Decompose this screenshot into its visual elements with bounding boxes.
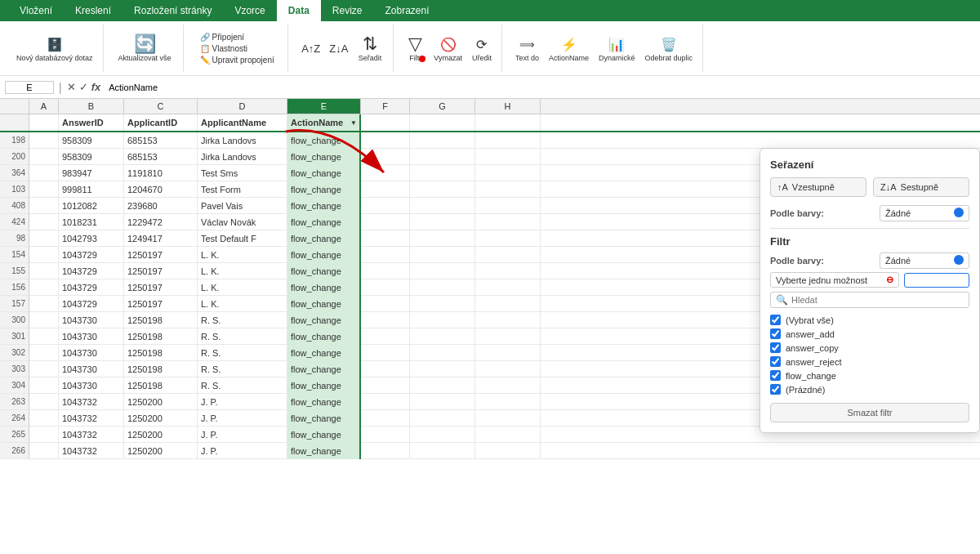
ribbon-group-filter: ▽ Filtr 🚫 Vymazat ⟳ Uředit <box>397 25 502 72</box>
filter-value-input[interactable] <box>904 273 969 288</box>
tab-data[interactable]: Data <box>277 0 321 21</box>
sort-asc-label: Vzestupně <box>792 182 835 192</box>
btn-refresh-label: Aktualizovat vše <box>118 54 172 62</box>
cell-g-6 <box>410 230 475 247</box>
checkbox-item-4[interactable]: flow_change <box>770 369 969 382</box>
formula-fx-icon[interactable]: fx <box>91 81 101 93</box>
cell-b-11: 1043730 <box>59 312 124 328</box>
cell-h-17 <box>475 410 541 427</box>
tab-rozlozeni[interactable]: Rozložení stránky <box>122 0 223 21</box>
btn-vymazat[interactable]: 🚫 Vymazat <box>430 33 466 64</box>
col-header-a[interactable]: A <box>29 99 59 114</box>
cell-e-4: flow_change <box>287 198 361 214</box>
btn-dynamic[interactable]: 📊 Dynamické <box>595 33 639 64</box>
tab-vzorce[interactable]: Vzorce <box>223 0 276 21</box>
formula-bar: | ✕ ✓ fx <box>0 76 980 99</box>
rn-154: 154 <box>0 247 29 263</box>
filter-arrow[interactable]: ▼ <box>350 119 357 127</box>
rn-266: 266 <box>0 443 29 459</box>
formula-input[interactable] <box>105 82 975 93</box>
sort-color-select[interactable]: Žádné <box>880 205 969 221</box>
cell-b-14: 1043730 <box>59 361 124 378</box>
table-row[interactable]: 958309 685153 Jirka Landovs flow_change <box>29 132 980 149</box>
sort-buttons: ↑A Vzestupně Z↓A Sestupně <box>770 177 969 197</box>
checkbox-label-3: answer_reject <box>786 357 841 367</box>
cell-g-7 <box>410 247 475 263</box>
filter-condition-select[interactable]: Vyberte jednu možnost ⊖ <box>770 272 899 288</box>
btn-sort-za[interactable]: Z↓A <box>326 37 352 60</box>
col-header-b[interactable]: B <box>59 99 124 114</box>
cell-reference[interactable] <box>5 81 54 94</box>
cell-f-13 <box>361 345 410 361</box>
cell-a-10 <box>29 296 59 312</box>
btn-upravit[interactable]: ✏️ Upravit propojení <box>197 55 278 65</box>
search-input[interactable] <box>791 295 964 305</box>
cell-b-4: 1012082 <box>59 198 124 214</box>
btn-filter[interactable]: ▽ Filtr <box>403 34 427 64</box>
col-header-h[interactable]: H <box>475 99 541 114</box>
cell-a-1 <box>29 149 59 165</box>
checkbox-3[interactable] <box>770 356 781 367</box>
sort-color-chevron <box>954 208 964 219</box>
tab-zobrazeni[interactable]: Zobrazení <box>374 0 441 21</box>
btn-sort-az[interactable]: A↑Z <box>298 37 324 60</box>
btn-pripojeni[interactable]: 🔗 Připojení <box>197 32 278 42</box>
btn-urediti[interactable]: ⟳ Uředit <box>469 33 495 64</box>
cell-h-0 <box>475 132 541 149</box>
field-f <box>361 114 410 131</box>
cell-d-17: J. P. <box>198 410 287 427</box>
cell-b-3: 999811 <box>59 181 124 198</box>
sort-descending-btn[interactable]: Z↓A Sestupně <box>873 177 969 197</box>
cell-e-0: flow_change <box>287 132 361 149</box>
cell-b-12: 1043730 <box>59 328 124 345</box>
cell-f-0 <box>361 132 410 149</box>
btn-text-to[interactable]: ⟹ Text do <box>512 33 542 64</box>
checkbox-2[interactable] <box>770 342 781 353</box>
tab-kresleni[interactable]: Kreslení <box>64 0 122 21</box>
tab-vlozeni[interactable]: Vložení <box>8 0 64 21</box>
btn-refresh-all[interactable]: 🔄 Aktualizovat vše <box>114 34 176 64</box>
btn-vlastnosti[interactable]: 📋 Vlastnosti <box>197 43 278 54</box>
col-header-d[interactable]: D <box>198 99 287 114</box>
col-header-g[interactable]: G <box>410 99 475 114</box>
checkbox-item-2[interactable]: answer_copy <box>770 341 969 355</box>
checkbox-item-5[interactable]: (Prázdné) <box>770 382 969 396</box>
checkbox-item-0[interactable]: (Vybrat vše) <box>770 313 969 327</box>
cell-b-7: 1043729 <box>59 247 124 263</box>
cell-c-17: 1250200 <box>124 410 198 427</box>
cell-b-8: 1043729 <box>59 263 124 279</box>
filter-color-select[interactable]: Žádné <box>880 252 969 269</box>
cell-h-3 <box>475 181 541 198</box>
formula-check-icon[interactable]: ✓ <box>79 81 88 93</box>
tab-revize[interactable]: Revize <box>321 0 374 21</box>
btn-sort[interactable]: ⇅ Seřadit <box>354 34 387 64</box>
col-header-c[interactable]: C <box>124 99 198 114</box>
flash-icon: ⚡ <box>559 34 579 54</box>
cell-e-5: flow_change <box>287 214 361 230</box>
cell-f-14 <box>361 361 410 378</box>
cell-a-13 <box>29 345 59 361</box>
checkbox-item-3[interactable]: answer_reject <box>770 355 969 369</box>
formula-x-icon[interactable]: ✕ <box>67 81 76 93</box>
btn-remove-dup[interactable]: 🗑️ Odebrat duplic <box>642 33 697 64</box>
clear-filter-button[interactable]: Smazat filtr <box>770 403 969 422</box>
cell-a-6 <box>29 230 59 247</box>
table-row[interactable]: 1043732 1250200 J. P. flow_change <box>29 443 980 459</box>
checkbox-4[interactable] <box>770 370 781 381</box>
btn-query[interactable]: 🗄️ Nový databázový dotaz <box>13 33 96 64</box>
col-header-e[interactable]: E <box>287 99 361 114</box>
checkbox-0[interactable] <box>770 315 781 325</box>
sort-ascending-btn[interactable]: ↑A Vzestupně <box>770 177 866 197</box>
checkbox-item-1[interactable]: answer_add <box>770 327 969 341</box>
cell-d-18: J. P. <box>198 427 287 443</box>
col-header-f[interactable]: F <box>361 99 410 114</box>
cell-h-2 <box>475 165 541 181</box>
checkbox-5[interactable] <box>770 384 781 395</box>
checkbox-1[interactable] <box>770 328 781 339</box>
btn-flash-fill[interactable]: ⚡ ActionName <box>546 33 592 64</box>
cell-h-16 <box>475 394 541 410</box>
column-headers: A B C D E F G H <box>0 99 980 114</box>
cell-a-7 <box>29 247 59 263</box>
cell-g-14 <box>410 361 475 378</box>
cell-c-16: 1250200 <box>124 394 198 410</box>
